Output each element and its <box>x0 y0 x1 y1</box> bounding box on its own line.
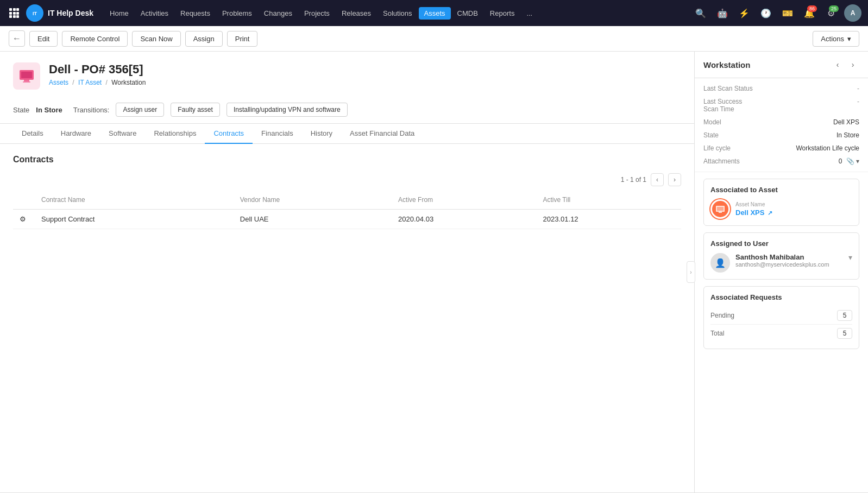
table-row: ⚙ Support Contract Dell UAE 2020.04.03 2… <box>13 210 681 229</box>
nav-requests[interactable]: Requests <box>175 7 216 20</box>
scan-now-button[interactable]: Scan Now <box>132 31 180 47</box>
pagination-prev[interactable]: ‹ <box>651 173 664 186</box>
nav-cmdb[interactable]: CMDB <box>452 7 483 20</box>
asset-info: Dell - PO# 356[5] Assets / IT Asset / Wo… <box>49 62 146 86</box>
app-name: IT Help Desk <box>48 9 93 17</box>
svg-rect-13 <box>24 80 29 81</box>
nav-projects[interactable]: Projects <box>299 7 335 20</box>
attachment-clip-icon[interactable]: 📎 ▾ <box>846 157 859 165</box>
tab-asset-financial-data[interactable]: Asset Financial Data <box>341 124 423 144</box>
contracts-content: Contracts 1 - 1 of 1 ‹ › Contract Name V… <box>0 144 694 240</box>
nav-assets[interactable]: Assets <box>419 7 451 20</box>
tab-details[interactable]: Details <box>13 124 52 144</box>
scan-info-section: Last Scan Status - Last Success Scan Tim… <box>695 78 868 172</box>
state-prefix-label: State <box>13 106 29 114</box>
associated-requests-title: Associated Requests <box>710 293 852 301</box>
svg-rect-0 <box>9 8 12 11</box>
nav-releases[interactable]: Releases <box>336 7 376 20</box>
sidebar-navigation: ‹ › <box>831 58 859 71</box>
pagination-bar: 1 - 1 of 1 ‹ › <box>13 173 681 186</box>
edit-button[interactable]: Edit <box>29 31 58 47</box>
svg-text:IT: IT <box>33 11 37 16</box>
table-header-row: Contract Name Vendor Name Active From Ac… <box>13 191 681 210</box>
associated-requests-box: Associated Requests Pending 5 Total 5 <box>703 286 859 349</box>
svg-rect-5 <box>16 12 19 15</box>
tab-relationships[interactable]: Relationships <box>145 124 205 144</box>
nav-changes[interactable]: Changes <box>259 7 298 20</box>
nav-reports[interactable]: Reports <box>485 7 520 20</box>
state-value-label: In Store <box>36 106 62 114</box>
notifications-icon[interactable]: 🔔 86 <box>801 4 818 22</box>
tab-history[interactable]: History <box>302 124 341 144</box>
state-sidebar-label: State <box>703 131 779 139</box>
lifecycle-label: Life cycle <box>703 144 779 152</box>
ticket-icon[interactable]: 🎫 <box>779 4 796 22</box>
tabs-bar: Details Hardware Software Relationships … <box>0 124 694 144</box>
sidebar-toggle[interactable]: › <box>687 261 695 283</box>
associated-asset-title: Associated to Asset <box>710 186 852 194</box>
model-row: Model Dell XPS <box>703 118 859 126</box>
active-from-cell: 2020.04.03 <box>392 210 536 229</box>
sidebar-header: Workstation ‹ › <box>695 52 868 78</box>
pending-label: Pending <box>710 312 734 319</box>
assign-user-button[interactable]: Assign user <box>116 103 164 117</box>
last-success-scan-value: - <box>857 98 859 105</box>
settings-icon[interactable]: ⚙ 25 <box>822 4 840 22</box>
svg-rect-7 <box>13 15 16 18</box>
faulty-asset-button[interactable]: Faulty asset <box>171 103 220 117</box>
svg-rect-3 <box>9 12 12 15</box>
total-badge: 5 <box>837 328 852 339</box>
tab-contracts[interactable]: Contracts <box>205 124 253 144</box>
user-details: Santhosh Mahibalan santhosh@myservicedes… <box>735 253 843 268</box>
toolbar: ← Edit Remote Control Scan Now Assign Pr… <box>0 26 868 52</box>
associated-asset-box: Associated to Asset Asset Name Dell XPS … <box>703 179 859 226</box>
pagination-text: 1 - 1 of 1 <box>621 176 646 184</box>
flash-icon[interactable]: ⚡ <box>735 4 753 22</box>
model-value: Dell XPS <box>833 118 859 126</box>
remote-control-button[interactable]: Remote Control <box>62 31 128 47</box>
svg-rect-17 <box>717 207 724 211</box>
actions-button[interactable]: Actions ▾ <box>813 31 859 47</box>
install-vpn-button[interactable]: Installing/updating VPN and software <box>227 103 348 117</box>
row-gear-icon[interactable]: ⚙ <box>13 210 35 229</box>
breadcrumb-sep1: / <box>72 79 74 86</box>
vendor-name-cell: Dell UAE <box>234 210 392 229</box>
breadcrumb-assets[interactable]: Assets <box>49 79 68 86</box>
breadcrumb-it-asset[interactable]: IT Asset <box>78 79 102 86</box>
user-expand-icon[interactable]: ▾ <box>848 253 852 262</box>
tab-financials[interactable]: Financials <box>253 124 302 144</box>
assign-button[interactable]: Assign <box>185 31 223 47</box>
sidebar-prev-button[interactable]: ‹ <box>831 58 844 71</box>
nav-problems[interactable]: Problems <box>217 7 257 20</box>
col-action-header <box>13 191 35 210</box>
nav-more[interactable]: ... <box>521 7 538 20</box>
svg-rect-18 <box>719 212 722 213</box>
nav-home[interactable]: Home <box>104 7 134 20</box>
main-layout: Dell - PO# 356[5] Assets / IT Asset / Wo… <box>0 52 868 492</box>
sidebar-next-button[interactable]: › <box>846 58 859 71</box>
app-logo[interactable]: IT IT Help Desk <box>26 4 93 22</box>
history-icon[interactable]: 🕐 <box>757 4 775 22</box>
nav-solutions[interactable]: Solutions <box>378 7 417 20</box>
user-avatar[interactable]: A <box>844 4 861 22</box>
nav-activities[interactable]: Activities <box>135 7 174 20</box>
asset-name-value[interactable]: Dell XPS ↗ <box>735 208 772 217</box>
back-button[interactable]: ← <box>9 30 25 47</box>
assistant-icon[interactable]: 🤖 <box>714 4 731 22</box>
asset-name-label: Asset Name <box>735 201 772 207</box>
search-icon[interactable]: 🔍 <box>692 4 709 22</box>
attachments-label: Attachments <box>703 157 779 165</box>
user-avatar-icon: 👤 <box>710 253 730 273</box>
external-link-icon: ↗ <box>768 210 772 216</box>
grid-icon[interactable] <box>7 5 22 21</box>
associated-asset-row: Asset Name Dell XPS ↗ <box>710 199 852 219</box>
breadcrumb-workstation[interactable]: Workstation <box>111 79 146 86</box>
print-button[interactable]: Print <box>227 31 258 47</box>
col-active-till-header: Active Till <box>537 191 681 210</box>
asset-header: Dell - PO# 356[5] Assets / IT Asset / Wo… <box>0 52 694 90</box>
tab-software[interactable]: Software <box>100 124 145 144</box>
svg-rect-14 <box>23 81 30 83</box>
pagination-next[interactable]: › <box>668 173 681 186</box>
tab-hardware[interactable]: Hardware <box>52 124 100 144</box>
actions-label: Actions <box>821 35 844 43</box>
